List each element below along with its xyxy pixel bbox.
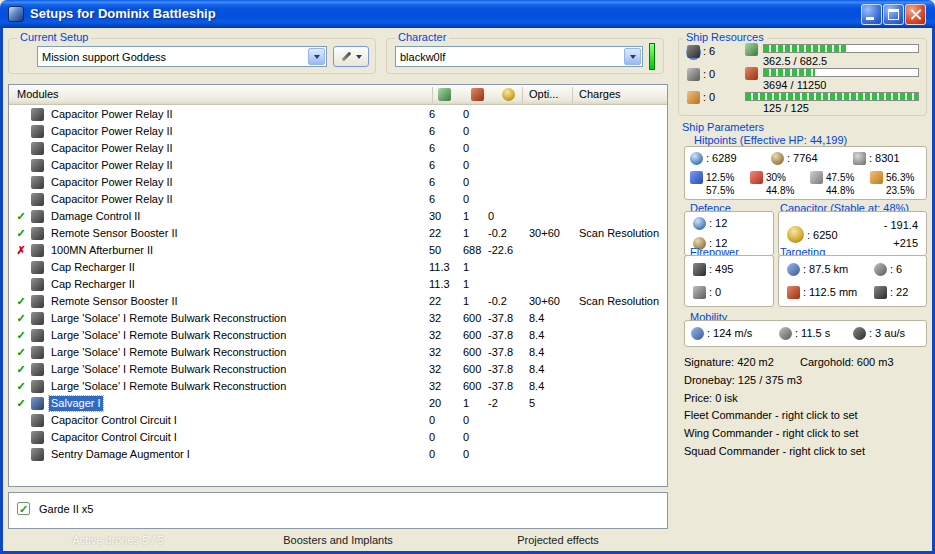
drone-list-item[interactable]: ✓ Garde II x5 — [17, 501, 657, 518]
module-row[interactable]: Capacitor Power Relay II 6 0 — [9, 106, 667, 123]
module-row[interactable]: ✓ Large 'Solace' I Remote Bulwark Recons… — [9, 378, 667, 395]
cpu-icon — [745, 43, 758, 56]
maximize-button[interactable] — [883, 4, 904, 25]
module-row[interactable]: ✓ Large 'Solace' I Remote Bulwark Recons… — [9, 344, 667, 361]
wing-commander-text[interactable]: Wing Commander - right click to set — [684, 427, 858, 440]
character-combobox-arrow[interactable] — [624, 48, 641, 65]
module-name[interactable]: Large 'Solace' I Remote Bulwark Reconstr… — [49, 362, 288, 377]
module-row[interactable]: ✓ Remote Sensor Booster II 22 1 -0.2 30+… — [9, 293, 667, 310]
module-status-icon: ✓ — [15, 361, 27, 378]
module-row[interactable]: ✓ Large 'Solace' I Remote Bulwark Recons… — [9, 361, 667, 378]
armor-hp-icon — [771, 152, 784, 165]
module-cpu-value: 6 — [429, 106, 435, 123]
character-combobox[interactable]: blackw0lf — [395, 46, 643, 67]
cpu-usage-text: 362.5 / 682.5 — [763, 56, 827, 67]
fleet-commander-text[interactable]: Fleet Commander - right click to set — [684, 409, 858, 422]
module-row[interactable]: ✓ Remote Sensor Booster II 22 1 -0.2 30+… — [9, 225, 667, 242]
module-row[interactable]: ✓ Large 'Solace' I Remote Bulwark Recons… — [9, 327, 667, 344]
module-name[interactable]: 100MN Afterburner II — [49, 243, 155, 258]
dronebay-text: Dronebay: 125 / 375 m3 — [684, 374, 802, 387]
tab-boosters-implants[interactable]: Boosters and Implants — [228, 531, 448, 550]
module-powergrid-value: 0 — [463, 412, 469, 429]
tab-active-drones[interactable]: Active drones 5 / 5 — [8, 531, 228, 550]
explosive-armor-resist: 23.5% — [886, 184, 914, 197]
dps-value: : 0 — [709, 285, 721, 299]
module-status-icon: ✗ — [15, 242, 27, 259]
module-row[interactable]: Capacitor Power Relay II 6 0 — [9, 191, 667, 208]
ship-resources-group: Ship Resources : 6 : 0 : 0 362.5 / 682.5… — [678, 38, 927, 116]
rig-slots-value: : 0 — [703, 91, 715, 104]
header-powergrid-icon[interactable] — [471, 88, 484, 101]
module-name[interactable]: Capacitor Power Relay II — [49, 107, 175, 122]
close-button[interactable] — [905, 4, 926, 25]
module-row[interactable]: Capacitor Power Relay II 6 0 — [9, 123, 667, 140]
kinetic-armor-resist: 44.8% — [826, 184, 854, 197]
shield-recharge-icon — [693, 217, 706, 230]
module-row[interactable]: Cap Recharger II 11.3 1 — [9, 276, 667, 293]
module-status-icon: ✓ — [15, 327, 27, 344]
header-capacitor-icon[interactable] — [502, 88, 515, 101]
module-name[interactable]: Capacitor Power Relay II — [49, 175, 175, 190]
scan-resolution-value: : 112.5 mm — [803, 285, 857, 299]
module-name[interactable]: Cap Recharger II — [49, 260, 137, 275]
module-row[interactable]: Capacitor Power Relay II 6 0 — [9, 174, 667, 191]
module-row[interactable]: ✗ 100MN Afterburner II 50 688 -22.6 — [9, 242, 667, 259]
module-icon — [31, 431, 44, 444]
module-cpu-value: 6 — [429, 157, 435, 174]
module-row[interactable]: Cap Recharger II 11.3 1 — [9, 259, 667, 276]
module-name[interactable]: Sentry Damage Augmentor I — [49, 447, 192, 462]
module-cpu-value: 32 — [429, 310, 441, 327]
module-row[interactable]: ✓ Salvager I 20 1 -2 5 — [9, 395, 667, 412]
module-name[interactable]: Cap Recharger II — [49, 277, 137, 292]
module-name[interactable]: Capacitor Control Circuit I — [49, 430, 179, 445]
module-name[interactable]: Damage Control II — [49, 209, 142, 224]
module-row[interactable]: Sentry Damage Augmentor I 0 0 — [9, 446, 667, 463]
setup-combobox-arrow[interactable] — [308, 48, 325, 65]
module-name[interactable]: Capacitor Power Relay II — [49, 158, 175, 173]
module-icon — [31, 312, 44, 325]
tab-projected-effects[interactable]: Projected effects — [448, 531, 668, 550]
module-row[interactable]: ✓ Large 'Solace' I Remote Bulwark Recons… — [9, 310, 667, 327]
module-row[interactable]: Capacitor Power Relay II 6 0 — [9, 140, 667, 157]
module-powergrid-value: 600 — [463, 310, 481, 327]
em-armor-resist: 57.5% — [706, 184, 734, 197]
align-time-value: : 11.5 s — [795, 326, 830, 340]
module-row[interactable]: ✓ Damage Control II 30 1 0 — [9, 208, 667, 225]
squad-commander-text[interactable]: Squad Commander - right click to set — [684, 445, 865, 458]
module-powergrid-value: 0 — [463, 191, 469, 208]
module-cpu-value: 32 — [429, 344, 441, 361]
titlebar[interactable]: Setups for Dominix Battleship — [0, 0, 935, 28]
setup-tools-button[interactable] — [333, 46, 369, 67]
module-icon — [31, 295, 44, 308]
module-name[interactable]: Remote Sensor Booster II — [49, 226, 180, 241]
em-shield-resist: 12.5% — [706, 171, 734, 184]
kinetic-shield-resist: 47.5% — [826, 171, 854, 184]
header-charges-label[interactable]: Charges — [579, 88, 621, 100]
minimize-button[interactable] — [861, 4, 882, 25]
module-name[interactable]: Large 'Solace' I Remote Bulwark Reconstr… — [49, 345, 288, 360]
module-cpu-value: 50 — [429, 242, 441, 259]
warp-speed-icon — [853, 327, 866, 340]
module-row[interactable]: Capacitor Power Relay II 6 0 — [9, 157, 667, 174]
drone-label[interactable]: Garde II x5 — [39, 502, 93, 516]
module-name[interactable]: Large 'Solace' I Remote Bulwark Reconstr… — [49, 311, 288, 326]
module-row[interactable]: Capacitor Control Circuit I 0 0 — [9, 429, 667, 446]
header-cpu-icon[interactable] — [438, 88, 451, 101]
module-icon — [31, 210, 44, 223]
module-name[interactable]: Capacitor Power Relay II — [49, 192, 175, 207]
module-name[interactable]: Salvager I — [49, 396, 103, 411]
module-name[interactable]: Remote Sensor Booster II — [49, 294, 180, 309]
module-icon — [31, 397, 44, 410]
module-row[interactable]: Capacitor Control Circuit I 0 0 — [9, 412, 667, 429]
module-name[interactable]: Capacitor Control Circuit I — [49, 413, 179, 428]
module-optimal-value: 30+60 — [529, 225, 560, 242]
drone-checkbox[interactable]: ✓ — [17, 502, 30, 515]
module-name[interactable]: Capacitor Power Relay II — [49, 141, 175, 156]
module-name[interactable]: Large 'Solace' I Remote Bulwark Reconstr… — [49, 379, 288, 394]
mobility-box: : 124 m/s : 11.5 s : 3 au/s — [684, 320, 927, 347]
setup-combobox[interactable]: Mission support Goddess — [37, 46, 327, 67]
module-name[interactable]: Large 'Solace' I Remote Bulwark Reconstr… — [49, 328, 288, 343]
module-powergrid-value: 600 — [463, 327, 481, 344]
module-name[interactable]: Capacitor Power Relay II — [49, 124, 175, 139]
header-optimal-label[interactable]: Opti... — [529, 88, 558, 100]
